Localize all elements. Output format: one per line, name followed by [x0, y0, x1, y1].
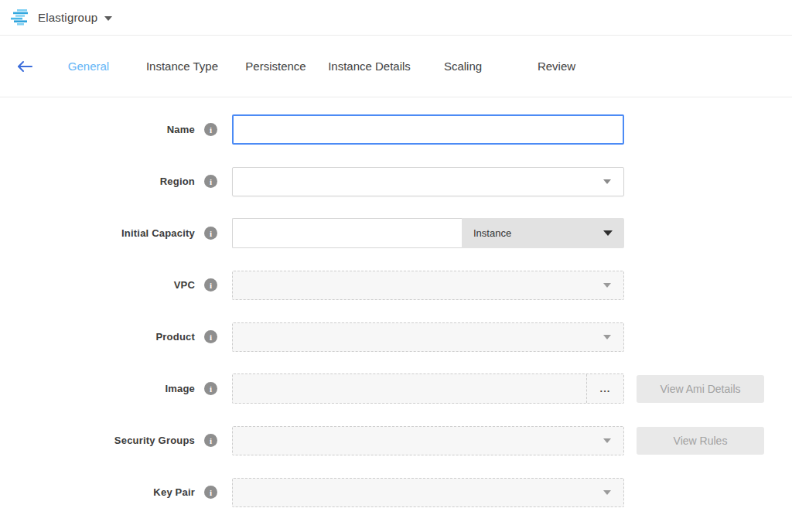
wizard-tabs: General Instance Type Persistence Instan…	[42, 36, 603, 97]
info-icon[interactable]: i	[204, 486, 217, 499]
info-icon[interactable]: i	[204, 330, 217, 343]
info-icon[interactable]: i	[204, 278, 217, 292]
chevron-down-icon	[603, 230, 613, 236]
tab-persistence[interactable]: Persistence	[229, 36, 323, 97]
form-row-region: Region i	[0, 166, 792, 196]
capacity-unit-value: Instance	[473, 227, 511, 239]
image-input: ...	[232, 373, 624, 404]
key-pair-label: Key Pair	[153, 486, 195, 498]
app-header: Elastigroup	[0, 0, 792, 36]
region-label: Region	[160, 176, 195, 187]
chevron-down-icon	[603, 438, 611, 443]
tab-instance-details[interactable]: Instance Details	[323, 36, 416, 97]
info-icon[interactable]: i	[204, 123, 217, 136]
elastigroup-logo-icon	[11, 9, 31, 27]
info-icon[interactable]: i	[204, 227, 217, 240]
form-row-name: Name i	[0, 114, 792, 145]
tab-scaling[interactable]: Scaling	[416, 36, 510, 97]
tab-instance-type[interactable]: Instance Type	[135, 36, 229, 97]
form-row-product: Product i	[0, 322, 792, 352]
initial-capacity-input[interactable]	[232, 218, 462, 248]
region-select[interactable]	[232, 167, 624, 196]
wizard-tab-bar: General Instance Type Persistence Instan…	[0, 36, 792, 97]
info-icon[interactable]: i	[204, 434, 217, 447]
chevron-down-icon	[603, 490, 611, 495]
general-settings-form: Name i Region i Initial Capacity i	[0, 97, 792, 507]
tab-general[interactable]: General	[42, 36, 135, 97]
app-title: Elastigroup	[38, 11, 97, 24]
arrow-left-icon	[16, 60, 33, 73]
name-input[interactable]	[232, 114, 624, 145]
chevron-down-icon[interactable]	[104, 16, 112, 21]
image-browse-button[interactable]: ...	[586, 374, 623, 403]
security-groups-label: Security Groups	[114, 435, 195, 446]
form-row-vpc: VPC i	[0, 270, 792, 300]
info-icon[interactable]: i	[204, 175, 217, 188]
view-rules-button[interactable]: View Rules	[637, 427, 764, 455]
form-row-security-groups: Security Groups i View Rules	[0, 425, 792, 455]
form-row-key-pair: Key Pair i	[0, 477, 792, 507]
chevron-down-icon	[603, 335, 611, 339]
back-arrow-button[interactable]	[15, 60, 34, 74]
chevron-down-icon	[603, 179, 611, 184]
chevron-down-icon	[603, 283, 611, 288]
capacity-unit-select[interactable]: Instance	[462, 218, 624, 248]
form-row-image: Image i ... View Ami Details	[0, 373, 792, 404]
initial-capacity-label: Initial Capacity	[121, 227, 195, 239]
tab-review[interactable]: Review	[510, 36, 603, 97]
vpc-select	[232, 271, 624, 300]
image-label: Image	[165, 383, 195, 394]
product-select	[232, 322, 624, 352]
vpc-label: VPC	[174, 279, 195, 291]
name-label: Name	[167, 124, 195, 135]
security-groups-select	[232, 426, 624, 455]
form-row-initial-capacity: Initial Capacity i Instance	[0, 218, 792, 248]
product-label: Product	[155, 331, 195, 343]
key-pair-select	[232, 478, 624, 507]
view-ami-details-button[interactable]: View Ami Details	[637, 375, 764, 403]
info-icon[interactable]: i	[204, 382, 217, 395]
